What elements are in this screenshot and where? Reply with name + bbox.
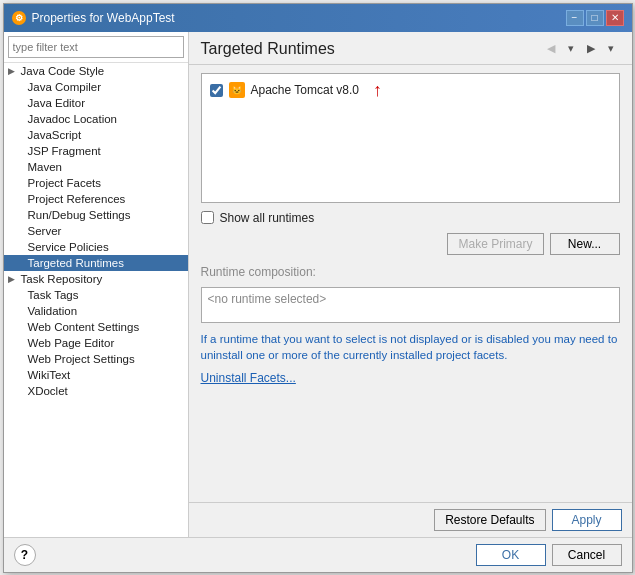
sidebar-item-label: Task Tags [28,289,79,301]
no-runtime-text: <no runtime selected> [208,292,327,306]
close-button[interactable]: ✕ [606,10,624,26]
sidebar-item-label: XDoclet [28,385,68,397]
dialog-icon: ⚙ [12,11,26,25]
cancel-button[interactable]: Cancel [552,544,622,566]
sidebar-item-jsp-fragment[interactable]: JSP Fragment [4,143,188,159]
help-button[interactable]: ? [14,544,36,566]
sidebar-item-javascript[interactable]: JavaScript [4,127,188,143]
show-all-checkbox[interactable] [201,211,214,224]
main-panel: Targeted Runtimes ◀ ▾ ▶ ▾ 🐱 Apache Tomca… [189,32,632,537]
runtime-list-box[interactable]: 🐱 Apache Tomcat v8.0 ↑ [201,73,620,203]
panel-header: Targeted Runtimes ◀ ▾ ▶ ▾ [189,32,632,65]
sidebar-item-label: Web Content Settings [28,321,140,333]
nav-dropdown-button[interactable]: ▾ [562,40,580,58]
apply-button[interactable]: Apply [552,509,622,531]
dialog-title: Properties for WebAppTest [32,11,175,25]
footer-buttons: OK Cancel [476,544,622,566]
sidebar-item-service-policies[interactable]: Service Policies [4,239,188,255]
panel-footer: Restore Defaults Apply [189,502,632,537]
title-bar-left: ⚙ Properties for WebAppTest [12,11,175,25]
ok-button[interactable]: OK [476,544,546,566]
panel-title: Targeted Runtimes [201,40,335,58]
title-buttons: − □ ✕ [566,10,624,26]
panel-nav: ◀ ▾ ▶ ▾ [542,40,620,58]
sidebar-item-label: Server [28,225,62,237]
sidebar-item-label: Java Editor [28,97,86,109]
sidebar-item-validation[interactable]: Validation [4,303,188,319]
show-all-label: Show all runtimes [220,211,315,225]
search-input[interactable] [8,36,184,58]
minimize-button[interactable]: − [566,10,584,26]
sidebar-item-server[interactable]: Server [4,223,188,239]
main-dialog: ⚙ Properties for WebAppTest − □ ✕ ▶Java … [3,3,633,573]
sidebar-item-javadoc-location[interactable]: Javadoc Location [4,111,188,127]
composition-label: Runtime composition: [201,265,620,279]
runtime-label: Apache Tomcat v8.0 [251,83,360,97]
make-primary-button[interactable]: Make Primary [447,233,543,255]
sidebar-item-project-references[interactable]: Project References [4,191,188,207]
runtime-checkbox[interactable] [210,84,223,97]
restore-defaults-button[interactable]: Restore Defaults [434,509,545,531]
sidebar-item-label: Project Facets [28,177,102,189]
sidebar-item-web-project-settings[interactable]: Web Project Settings [4,351,188,367]
sidebar-item-label: Web Page Editor [28,337,115,349]
tomcat-icon: 🐱 [229,82,245,98]
sidebar-item-label: JSP Fragment [28,145,101,157]
sidebar-item-label: Task Repository [21,273,103,285]
title-bar: ⚙ Properties for WebAppTest − □ ✕ [4,4,632,32]
sidebar: ▶Java Code StyleJava CompilerJava Editor… [4,32,189,537]
sidebar-item-label: Java Compiler [28,81,102,93]
sidebar-item-label: Project References [28,193,126,205]
sidebar-item-label: Service Policies [28,241,109,253]
sidebar-item-label: WikiText [28,369,71,381]
sidebar-tree: ▶Java Code StyleJava CompilerJava Editor… [4,63,188,537]
sidebar-item-java-compiler[interactable]: Java Compiler [4,79,188,95]
runtime-item: 🐱 Apache Tomcat v8.0 ↑ [206,78,615,103]
sidebar-item-label: JavaScript [28,129,82,141]
expand-arrow-icon: ▶ [8,274,18,284]
sidebar-item-java-code-style[interactable]: ▶Java Code Style [4,63,188,79]
dialog-footer: ? OK Cancel [4,537,632,572]
primary-new-row: Make Primary New... [201,233,620,255]
nav-forward-button[interactable]: ▶ [582,40,600,58]
maximize-button[interactable]: □ [586,10,604,26]
composition-box: <no runtime selected> [201,287,620,323]
sidebar-item-targeted-runtimes[interactable]: Targeted Runtimes [4,255,188,271]
new-button[interactable]: New... [550,233,620,255]
nav-back-button[interactable]: ◀ [542,40,560,58]
uninstall-facets-link[interactable]: Uninstall Facets... [201,371,620,385]
sidebar-item-label: Maven [28,161,63,173]
sidebar-item-label: Run/Debug Settings [28,209,131,221]
search-box [4,32,188,63]
sidebar-item-web-page-editor[interactable]: Web Page Editor [4,335,188,351]
nav-menu-button[interactable]: ▾ [602,40,620,58]
show-all-row: Show all runtimes [201,211,620,225]
sidebar-item-wikitext[interactable]: WikiText [4,367,188,383]
sidebar-item-xdoclet[interactable]: XDoclet [4,383,188,399]
sidebar-item-label: Javadoc Location [28,113,118,125]
sidebar-item-maven[interactable]: Maven [4,159,188,175]
sidebar-item-project-facets[interactable]: Project Facets [4,175,188,191]
sidebar-item-label: Web Project Settings [28,353,135,365]
info-text: If a runtime that you want to select is … [201,331,620,363]
arrow-indicator: ↑ [373,80,382,101]
sidebar-item-task-tags[interactable]: Task Tags [4,287,188,303]
expand-arrow-icon: ▶ [8,66,18,76]
sidebar-item-java-editor[interactable]: Java Editor [4,95,188,111]
panel-body: 🐱 Apache Tomcat v8.0 ↑ Show all runtimes… [189,65,632,502]
sidebar-item-web-content-settings[interactable]: Web Content Settings [4,319,188,335]
sidebar-item-run-debug-settings[interactable]: Run/Debug Settings [4,207,188,223]
sidebar-item-label: Java Code Style [21,65,105,77]
sidebar-item-label: Targeted Runtimes [28,257,125,269]
sidebar-item-task-repository[interactable]: ▶Task Repository [4,271,188,287]
content-area: ▶Java Code StyleJava CompilerJava Editor… [4,32,632,537]
sidebar-item-label: Validation [28,305,78,317]
